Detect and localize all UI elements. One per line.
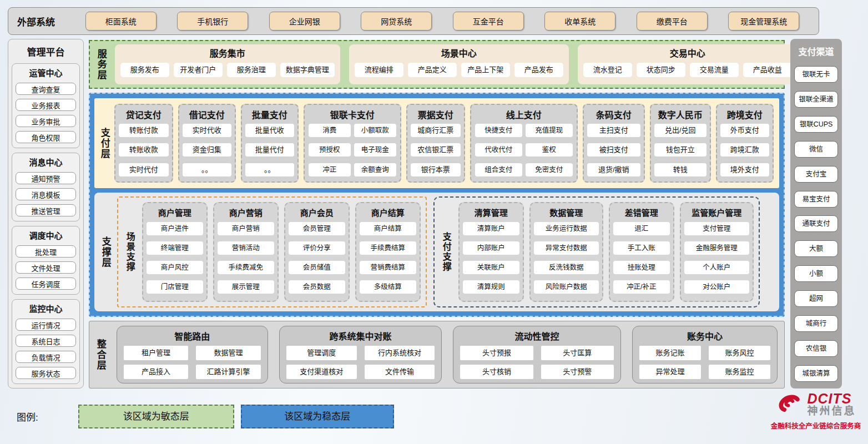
management-item-button[interactable]: 文件处理 bbox=[16, 261, 76, 274]
integration-item-button[interactable]: 头寸匡算 bbox=[541, 346, 614, 360]
external-system-button[interactable]: 手机银行 bbox=[177, 12, 248, 31]
payment-item-button[interactable]: 批量代付 bbox=[245, 143, 294, 157]
support-item-button[interactable]: 展示管理 bbox=[218, 280, 274, 294]
external-system-button[interactable]: 企业网银 bbox=[269, 12, 340, 31]
support-item-button[interactable]: 会员管理 bbox=[289, 222, 345, 235]
payment-item-button[interactable]: 实时代收 bbox=[183, 124, 231, 137]
management-item-button[interactable]: 查询查复 bbox=[16, 83, 76, 95]
service-item-button[interactable]: 流程编排 bbox=[355, 63, 403, 77]
external-system-button[interactable]: 缴费平台 bbox=[637, 12, 708, 31]
service-item-button[interactable]: 状态同步 bbox=[637, 63, 685, 77]
management-item-button[interactable]: 运行情况 bbox=[16, 319, 76, 331]
channel-button[interactable]: 银联全渠道 bbox=[794, 91, 838, 108]
payment-item-button[interactable]: 外币支付 bbox=[720, 124, 769, 137]
payment-item-button[interactable]: 鉴权 bbox=[526, 143, 573, 157]
channel-button[interactable]: 城银清算 bbox=[794, 365, 838, 382]
channel-button[interactable]: 城商行 bbox=[794, 315, 838, 332]
channel-button[interactable]: 银联无卡 bbox=[794, 66, 838, 83]
support-item-button[interactable]: 挂账处理 bbox=[613, 261, 670, 274]
integration-item-button[interactable]: 汇路计算引擎 bbox=[196, 365, 261, 379]
support-item-button[interactable]: 退汇 bbox=[613, 222, 670, 235]
support-item-button[interactable]: 多级结算 bbox=[360, 280, 416, 294]
payment-item-button[interactable]: 免密支付 bbox=[526, 163, 573, 176]
integration-item-button[interactable]: 行内系统核对 bbox=[365, 346, 435, 360]
management-item-button[interactable]: 任务调度 bbox=[16, 278, 76, 290]
support-item-button[interactable]: 反洗钱数据 bbox=[534, 261, 599, 274]
payment-item-button[interactable]: 消费 bbox=[309, 124, 351, 137]
channel-button[interactable]: 农信银 bbox=[794, 340, 838, 357]
integration-item-button[interactable]: 头寸核销 bbox=[460, 365, 533, 379]
service-item-button[interactable]: 产品发布 bbox=[514, 63, 563, 77]
payment-item-button[interactable]: 城商行汇票 bbox=[411, 124, 461, 137]
channel-button[interactable]: 微信 bbox=[794, 141, 838, 158]
payment-item-button[interactable]: 退货/撤销 bbox=[587, 163, 640, 176]
management-item-button[interactable]: 消息模板 bbox=[16, 188, 76, 200]
integration-item-button[interactable]: 文件传输 bbox=[365, 365, 435, 379]
payment-item-button[interactable]: 批量代收 bbox=[245, 124, 294, 137]
payment-item-button[interactable]: 主扫支付 bbox=[587, 124, 640, 137]
payment-item-button[interactable]: 小额取款 bbox=[354, 124, 396, 137]
payment-item-button[interactable]: 跨境汇款 bbox=[720, 143, 769, 157]
service-item-button[interactable]: 产品收益 bbox=[743, 63, 792, 77]
management-item-button[interactable]: 批处理 bbox=[16, 245, 76, 258]
service-item-button[interactable]: 服务发布 bbox=[120, 63, 169, 77]
channel-button[interactable]: 易宝支付 bbox=[794, 191, 838, 208]
support-item-button[interactable]: 评价分享 bbox=[289, 241, 345, 255]
payment-item-button[interactable]: 余额查询 bbox=[354, 163, 396, 176]
support-item-button[interactable]: 会员数据 bbox=[289, 280, 345, 294]
payment-item-button[interactable]: 兑出/兑回 bbox=[654, 124, 706, 137]
payment-item-button[interactable]: 充值提现 bbox=[526, 124, 573, 137]
support-item-button[interactable]: 终端管理 bbox=[147, 241, 203, 255]
support-item-button[interactable]: 清算账户 bbox=[463, 222, 519, 235]
payment-item-button[interactable]: 农信银汇票 bbox=[411, 143, 461, 157]
payment-item-button[interactable]: 代收代付 bbox=[475, 143, 522, 157]
payment-item-button[interactable]: 。。 bbox=[245, 163, 294, 176]
external-system-button[interactable]: 互金平台 bbox=[453, 12, 524, 31]
payment-item-button[interactable]: 预授权 bbox=[309, 143, 351, 157]
management-item-button[interactable]: 服务状态 bbox=[16, 367, 76, 379]
payment-item-button[interactable]: 组合支付 bbox=[475, 163, 522, 176]
payment-item-button[interactable]: 快捷支付 bbox=[475, 124, 522, 137]
service-item-button[interactable]: 数据字典管理 bbox=[280, 63, 335, 77]
payment-item-button[interactable]: 转钱 bbox=[654, 163, 706, 176]
support-item-button[interactable]: 关联账户 bbox=[463, 261, 519, 274]
management-item-button[interactable]: 业务报表 bbox=[16, 99, 76, 111]
support-item-button[interactable]: 金融服务管理 bbox=[684, 241, 749, 255]
integration-item-button[interactable]: 账务监控 bbox=[709, 365, 770, 379]
payment-item-button[interactable]: 电子现金 bbox=[354, 143, 396, 157]
service-item-button[interactable]: 服务治理 bbox=[227, 63, 276, 77]
payment-item-button[interactable]: 资金归集 bbox=[183, 143, 231, 157]
support-item-button[interactable]: 商户风控 bbox=[147, 261, 203, 274]
support-item-button[interactable]: 冲正/补正 bbox=[613, 280, 670, 294]
support-item-button[interactable]: 商户结算 bbox=[360, 222, 416, 235]
management-item-button[interactable]: 业务审批 bbox=[16, 115, 76, 127]
payment-item-button[interactable]: 钱包开立 bbox=[654, 143, 706, 157]
support-item-button[interactable]: 门店管理 bbox=[147, 280, 203, 294]
external-system-button[interactable]: 网贷系统 bbox=[361, 12, 432, 31]
support-item-button[interactable]: 对公账户 bbox=[684, 280, 749, 294]
payment-item-button[interactable]: 实时代付 bbox=[119, 163, 169, 176]
support-item-button[interactable]: 营销费结算 bbox=[360, 261, 416, 274]
management-item-button[interactable]: 推送管理 bbox=[16, 204, 76, 216]
channel-button[interactable]: 小额 bbox=[794, 265, 838, 282]
support-item-button[interactable]: 清算规则 bbox=[463, 280, 519, 294]
channel-button[interactable]: 超网 bbox=[794, 290, 838, 307]
integration-item-button[interactable]: 账务风控 bbox=[709, 346, 770, 360]
integration-item-button[interactable]: 支付渠道核对 bbox=[286, 365, 357, 379]
management-item-button[interactable]: 系统日志 bbox=[16, 335, 76, 347]
channel-button[interactable]: 支付宝 bbox=[794, 166, 838, 183]
external-system-button[interactable]: 现金管理系统 bbox=[728, 12, 799, 31]
service-item-button[interactable]: 开发者门户 bbox=[174, 63, 223, 77]
payment-item-button[interactable]: 被扫支付 bbox=[587, 143, 640, 157]
external-system-button[interactable]: 收单系统 bbox=[544, 12, 615, 31]
integration-item-button[interactable]: 账务记账 bbox=[639, 346, 701, 360]
integration-item-button[interactable]: 管理调度 bbox=[286, 346, 357, 360]
management-item-button[interactable]: 角色权限 bbox=[16, 131, 76, 143]
integration-item-button[interactable]: 异常处理 bbox=[639, 365, 701, 379]
support-item-button[interactable]: 手续费结算 bbox=[360, 241, 416, 255]
channel-button[interactable]: 大额 bbox=[794, 240, 838, 257]
support-item-button[interactable]: 营销活动 bbox=[218, 241, 274, 255]
integration-item-button[interactable]: 产品接入 bbox=[124, 365, 189, 379]
service-item-button[interactable]: 产品上下架 bbox=[461, 63, 510, 77]
support-item-button[interactable]: 会员储值 bbox=[289, 261, 345, 274]
